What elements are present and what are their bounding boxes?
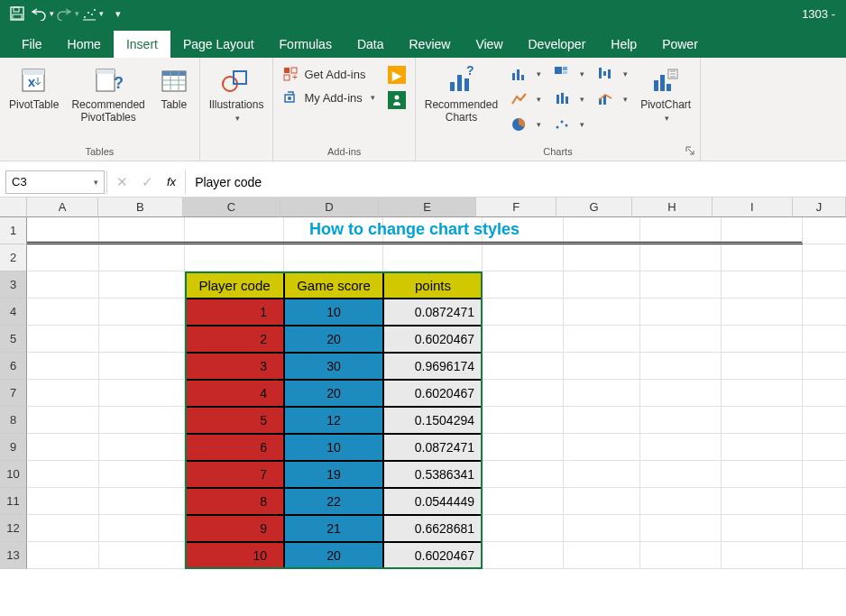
cell[interactable] — [640, 461, 722, 488]
cell[interactable]: 3 — [185, 353, 284, 380]
cell[interactable] — [640, 326, 722, 353]
row-header[interactable]: 8 — [0, 407, 27, 434]
cell[interactable] — [803, 434, 846, 461]
cell[interactable] — [27, 434, 99, 461]
charts-dialog-launcher[interactable] — [684, 144, 696, 157]
cell[interactable] — [483, 353, 564, 380]
cell[interactable] — [99, 353, 185, 380]
row-header[interactable]: 4 — [0, 299, 27, 326]
row-header[interactable]: 3 — [0, 271, 27, 299]
cell[interactable]: 10 — [185, 542, 284, 569]
cell[interactable] — [27, 353, 99, 380]
row-header[interactable]: 7 — [0, 380, 27, 407]
cell[interactable] — [564, 542, 640, 569]
cell[interactable] — [99, 271, 185, 299]
my-addins-button[interactable]: My Add-ins ▾ — [279, 87, 378, 108]
cell[interactable] — [483, 542, 564, 569]
cell[interactable] — [483, 488, 564, 515]
cell[interactable] — [27, 461, 99, 488]
tab-help[interactable]: Help — [598, 31, 649, 58]
cell[interactable] — [483, 299, 564, 326]
cell[interactable] — [803, 407, 846, 434]
tab-page-layout[interactable]: Page Layout — [170, 31, 267, 58]
cell[interactable] — [640, 542, 722, 569]
tab-view[interactable]: View — [463, 31, 515, 58]
tab-data[interactable]: Data — [345, 31, 397, 58]
cell[interactable] — [803, 515, 846, 542]
cell[interactable]: 20 — [284, 326, 383, 353]
cell[interactable] — [27, 407, 99, 434]
cell[interactable] — [803, 353, 846, 380]
cell[interactable] — [564, 488, 640, 515]
cell[interactable] — [564, 407, 640, 434]
tab-file[interactable]: File — [9, 31, 55, 58]
cell[interactable] — [99, 407, 185, 434]
cell[interactable] — [564, 271, 640, 299]
hierarchy-chart-button[interactable]: ▾ — [550, 63, 588, 85]
cell[interactable] — [564, 299, 640, 326]
cell[interactable] — [483, 461, 564, 488]
cell[interactable] — [483, 326, 564, 353]
recommended-pivottables-button[interactable]: ? Recommended PivotTables — [68, 63, 148, 126]
cell[interactable]: 2 — [185, 326, 284, 353]
column-header[interactable]: J — [793, 198, 846, 217]
cell[interactable] — [99, 244, 185, 271]
row-header[interactable]: 6 — [0, 353, 27, 380]
cell[interactable] — [722, 244, 803, 271]
table-button[interactable]: Table — [154, 63, 194, 114]
cell[interactable] — [27, 542, 99, 569]
cell[interactable] — [99, 380, 185, 407]
cell[interactable] — [27, 380, 99, 407]
redo-icon[interactable]: ▾ — [56, 2, 79, 25]
customize-qa-icon[interactable]: ▾ — [106, 2, 130, 25]
cell[interactable] — [483, 380, 564, 407]
fx-icon[interactable]: fx — [160, 175, 183, 188]
waterfall-chart-button[interactable]: ▾ — [593, 63, 631, 85]
cell[interactable] — [99, 488, 185, 515]
cell[interactable] — [803, 326, 846, 353]
cell[interactable] — [803, 244, 846, 271]
cell[interactable] — [564, 515, 640, 542]
cell[interactable]: 12 — [284, 407, 383, 434]
cell[interactable]: 0.6020467 — [383, 380, 483, 407]
cell[interactable]: 0.9696174 — [383, 353, 483, 380]
cell[interactable]: 0.6628681 — [383, 515, 483, 542]
tab-review[interactable]: Review — [397, 31, 464, 58]
cell[interactable]: 20 — [284, 542, 383, 569]
cell[interactable] — [722, 407, 803, 434]
cell[interactable]: 5 — [185, 407, 284, 434]
column-header[interactable]: A — [27, 198, 98, 217]
cell[interactable]: 0.6020467 — [383, 326, 483, 353]
column-header[interactable]: D — [280, 198, 379, 217]
cell[interactable]: 0.0872471 — [383, 434, 483, 461]
cell[interactable] — [27, 271, 99, 299]
table-header[interactable]: Game score — [284, 271, 383, 299]
pie-chart-button[interactable]: ▾ — [507, 114, 545, 135]
cell[interactable] — [99, 461, 185, 488]
cell[interactable] — [722, 380, 803, 407]
combo-chart-button[interactable]: ▾ — [593, 88, 631, 110]
row-header[interactable]: 10 — [0, 461, 27, 488]
cell[interactable] — [483, 271, 564, 299]
tab-formulas[interactable]: Formulas — [267, 31, 345, 58]
column-header[interactable]: H — [632, 198, 713, 217]
cell[interactable] — [27, 326, 99, 353]
grid[interactable]: How to change chart stylesPlayer codeGam… — [27, 217, 846, 569]
cell[interactable] — [803, 217, 846, 244]
cell[interactable] — [185, 244, 284, 271]
cell[interactable] — [640, 353, 722, 380]
cell[interactable]: 1 — [185, 299, 284, 326]
cell[interactable] — [640, 488, 722, 515]
cell[interactable] — [640, 515, 722, 542]
column-header[interactable]: E — [379, 198, 477, 217]
cell[interactable] — [483, 434, 564, 461]
cell[interactable]: 22 — [284, 488, 383, 515]
name-box[interactable]: C3 ▾ — [5, 170, 105, 194]
row-header[interactable]: 13 — [0, 542, 27, 569]
cell[interactable] — [99, 326, 185, 353]
formula-cancel-icon[interactable]: ✕ — [109, 174, 134, 190]
cell[interactable]: 0.0872471 — [383, 299, 483, 326]
tab-power[interactable]: Power — [649, 31, 711, 58]
cell[interactable] — [722, 542, 803, 569]
column-header[interactable]: B — [98, 198, 183, 217]
